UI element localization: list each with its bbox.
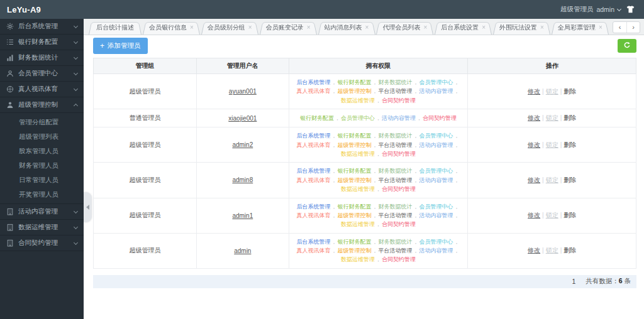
table-row: 普通管理员xiaojie001银行财务配置，会员管理中心，活动内容管理，合同契约… — [94, 109, 636, 127]
permissions-cell: 后台系统管理，银行财务配置，财务数据统计，会员管理中心，真人视讯体育，超级管理控… — [289, 233, 468, 268]
edit-link[interactable]: 修改 — [528, 141, 540, 148]
permission-tag: 平台活动管理 — [379, 88, 413, 94]
delete-link[interactable]: 删除 — [564, 114, 576, 121]
close-icon[interactable]: × — [540, 24, 544, 31]
permission-tag: 数据运维管理 — [341, 97, 375, 104]
tab-2[interactable]: 会员银行信息× — [143, 21, 200, 35]
tab-8[interactable]: 外围玩法设置× — [493, 21, 550, 35]
permission-separator: ， — [375, 221, 381, 227]
sidebar-item-label: 数据运维管理 — [18, 223, 74, 232]
close-icon[interactable]: × — [423, 24, 427, 31]
sidebar-item-4[interactable]: 会员管理中心 — [0, 66, 84, 82]
sidebar-subitem-6[interactable]: 开奖管理人员 — [0, 187, 84, 202]
sidebar-item-9[interactable]: 合同契约管理 — [0, 235, 84, 251]
edit-link[interactable]: 修改 — [528, 176, 540, 183]
delete-link[interactable]: 删除 — [564, 88, 576, 95]
permission-tag: 财务数据统计 — [379, 132, 413, 139]
theme-shirt-icon[interactable] — [626, 5, 635, 14]
sidebar-item-7[interactable]: 活动内容管理 — [0, 204, 84, 220]
sidebar-item-3[interactable]: 财务数据统计 — [0, 50, 84, 66]
username-cell: admin8 — [196, 163, 289, 198]
close-icon[interactable]: × — [365, 24, 369, 31]
tab-label: 会员账变记录 — [266, 23, 304, 32]
permission-separator: ， — [413, 239, 419, 245]
username-link[interactable]: admin — [234, 247, 251, 254]
permission-tag: 后台系统管理 — [297, 168, 331, 174]
close-icon[interactable]: × — [248, 24, 252, 31]
sidebar-item-6[interactable]: 超级管理控制 — [0, 97, 84, 113]
permission-tag: 超级管理控制 — [338, 212, 372, 219]
sidebar-item-label: 真人视讯体育 — [18, 85, 74, 94]
tab-5[interactable]: 站内消息列表× — [318, 21, 375, 35]
lock-link[interactable]: 锁定 — [546, 114, 558, 121]
username-link[interactable]: xiaojie001 — [228, 115, 257, 122]
permissions-cell: 后台系统管理，银行财务配置，财务数据统计，会员管理中心，真人视讯体育，超级管理控… — [289, 127, 468, 163]
lock-link[interactable]: 锁定 — [546, 176, 558, 183]
close-icon[interactable]: × — [307, 24, 311, 31]
user-menu[interactable]: 超级管理员 admin — [560, 5, 621, 14]
tab-label: 站内消息列表 — [325, 23, 362, 32]
username-link[interactable]: admin2 — [232, 141, 253, 148]
tab-4[interactable]: 会员账变记录× — [260, 21, 317, 35]
page-number[interactable]: 1 — [572, 278, 575, 285]
edit-link[interactable]: 修改 — [528, 212, 540, 219]
sidebar-item-8[interactable]: 数据运维管理 — [0, 220, 84, 235]
permission-separator: ， — [454, 142, 460, 148]
sidebar-subitem-4[interactable]: 财务管理人员 — [0, 158, 84, 173]
permission-separator: ， — [454, 212, 460, 219]
permission-separator: ， — [413, 79, 419, 85]
tab-6[interactable]: 代理会员列表× — [376, 21, 433, 35]
total-count: 共有数据：6 条 — [586, 277, 631, 286]
close-icon[interactable]: × — [190, 24, 194, 31]
tab-7[interactable]: 后台系统设置× — [435, 21, 492, 35]
username-link[interactable]: admin8 — [232, 176, 253, 183]
tab-9[interactable]: 全局彩票管理× — [552, 21, 609, 35]
sidebar-subitem-5[interactable]: 日常管理人员 — [0, 173, 84, 187]
lock-link[interactable]: 锁定 — [546, 88, 558, 95]
refresh-icon — [623, 41, 631, 51]
tab-1[interactable]: 后台统计描述 — [89, 21, 142, 35]
edit-link[interactable]: 修改 — [528, 247, 540, 254]
sidebar-item-1[interactable]: 后台系统管理 — [0, 19, 84, 35]
permission-tag: 会员管理中心 — [341, 115, 375, 121]
permission-separator: ， — [331, 239, 337, 245]
chevron-down-icon — [74, 224, 78, 229]
table-row: 超级管理员admin2后台系统管理，银行财务配置，财务数据统计，会员管理中心，真… — [94, 127, 636, 163]
tab-scroll-left-icon[interactable]: ‹ — [613, 22, 626, 33]
permission-tag: 银行财务配置 — [338, 239, 372, 245]
chevron-down-icon — [74, 240, 78, 244]
username-link[interactable]: admin1 — [232, 212, 253, 219]
close-icon[interactable]: × — [599, 24, 602, 31]
tab-label: 全局彩票管理 — [558, 23, 596, 32]
group-cell: 超级管理员 — [94, 233, 197, 268]
sidebar-collapse-handle[interactable] — [84, 192, 92, 222]
permission-separator: ， — [454, 132, 460, 139]
tab-scroll-right-icon[interactable]: › — [626, 22, 640, 33]
delete-link[interactable]: 删除 — [564, 247, 576, 254]
delete-link[interactable]: 删除 — [564, 141, 576, 148]
tab-label: 后台统计描述 — [96, 23, 134, 32]
lock-link[interactable]: 锁定 — [546, 212, 558, 219]
sidebar-subitem-1[interactable]: 管理分组配置 — [0, 115, 84, 129]
permission-tag: 真人视讯体育 — [297, 142, 331, 148]
lock-link[interactable]: 锁定 — [546, 247, 558, 254]
username-link[interactable]: ayuan001 — [229, 88, 257, 95]
delete-link[interactable]: 删除 — [564, 212, 576, 219]
sidebar-subitem-3[interactable]: 股东管理人员 — [0, 144, 84, 158]
sidebar-item-2[interactable]: 银行财务配置 — [0, 35, 84, 50]
delete-link[interactable]: 删除 — [564, 176, 576, 183]
sidebar-item-5[interactable]: 真人视讯体育 — [0, 82, 84, 97]
permission-separator: ， — [454, 239, 460, 245]
permission-tag: 活动内容管理 — [419, 142, 453, 148]
permission-separator: ， — [413, 212, 419, 219]
permission-tag: 真人视讯体育 — [297, 212, 331, 219]
add-admin-button[interactable]: + 添加管理员 — [93, 38, 148, 54]
permission-separator: ， — [375, 151, 381, 157]
refresh-button[interactable] — [618, 39, 636, 53]
lock-link[interactable]: 锁定 — [546, 141, 558, 148]
edit-link[interactable]: 修改 — [528, 114, 540, 121]
sidebar-subitem-2[interactable]: 超级管理列表 — [0, 129, 84, 144]
tab-3[interactable]: 会员级别分组× — [201, 21, 258, 35]
close-icon[interactable]: × — [482, 24, 486, 31]
edit-link[interactable]: 修改 — [528, 88, 540, 95]
